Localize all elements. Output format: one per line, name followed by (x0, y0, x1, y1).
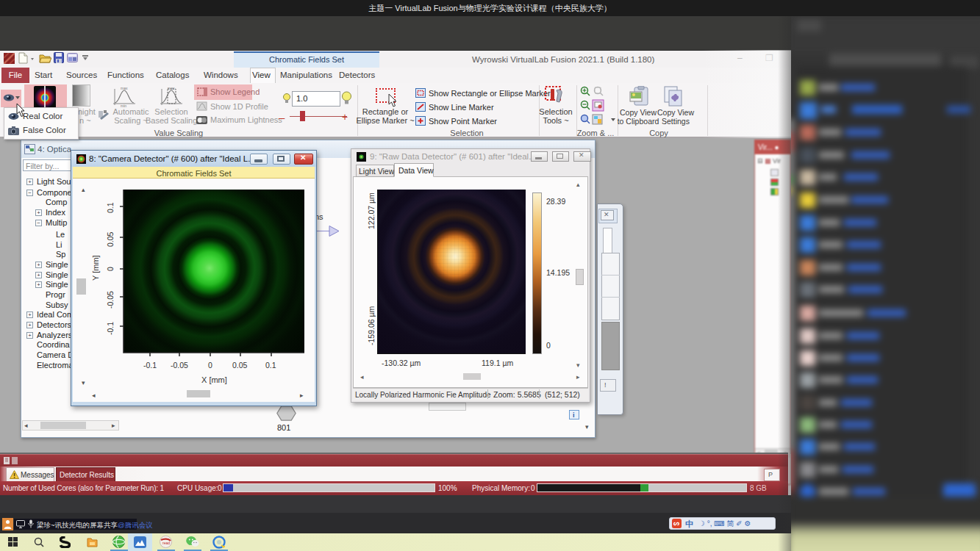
svg-text:max: max (168, 86, 175, 90)
svg-text:max: max (121, 86, 128, 90)
svg-text:read: read (162, 541, 170, 545)
